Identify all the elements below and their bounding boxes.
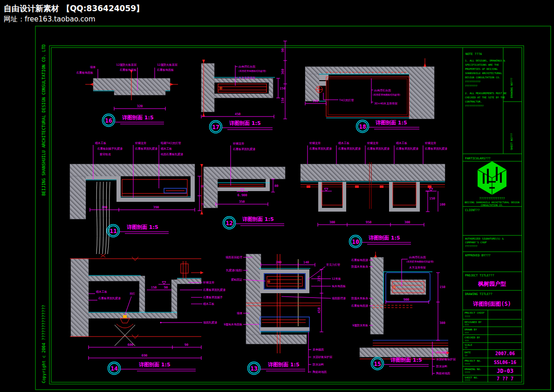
dim-label: 200: [102, 206, 108, 209]
row-label2: ???: [465, 339, 469, 342]
note-text: SHANSHUILU ARCHITECTURAL: [465, 72, 502, 75]
annotation-label: 理石地面: [436, 351, 447, 354]
cad-sheet: 自由设计新素材 【QQ:836424059】 网址：free163.taobao…: [0, 0, 554, 392]
sheet-no-value: 7 ?? 7: [497, 376, 513, 381]
annotation-label: 亚克力灯管: [326, 263, 340, 267]
annotation-label: 细木工板: [95, 141, 106, 145]
dim-label: 150: [439, 285, 445, 289]
annotation-label: 细木工板: [338, 141, 349, 145]
row-label2: ??: [465, 346, 467, 349]
annotation-label: 墙面基层处理: [226, 255, 242, 259]
annotation-label: 12厘防火板基层: [157, 63, 178, 67]
annotation-label: 墙面肌理漆: [332, 296, 346, 300]
dim-label: 600: [128, 343, 134, 347]
authorized-label: AUTHORIZED SIGNATURE(S) &: [465, 237, 504, 240]
detail-16: 墙体 石膏板饰面板 12厘防火板基层 石膏板饰面板 12厘防火板基层 石膏板饰面…: [76, 63, 178, 127]
company-logo-icon: [478, 161, 506, 195]
annotation-label: 墙体: [237, 311, 242, 315]
annotation-label: 石膏板饰面板: [157, 68, 174, 72]
annotation-label: 石膏板饰面漆: [351, 304, 368, 308]
particulars-label: PARTICULARS???: [465, 157, 491, 160]
dim-label: 900: [404, 298, 410, 302]
watermark-header: 自由设计新素材 【QQ:836424059】 网址：free163.taobao…: [4, 4, 144, 23]
detail-title: 详图剖面 1:5: [376, 120, 407, 126]
annotation-label: 防腐木夹板条: [351, 265, 368, 268]
annotation-label: 细木工板: [161, 147, 172, 151]
annotation-label: 石膏板罩面乳胶漆: [233, 147, 255, 151]
detail-18: T4日光灯管 白色理石台面 (采用硬质饰面粘结剂处理) 30×40木龙骨骨架 1…: [281, 41, 434, 133]
row-label: PROJECT NO.: [465, 359, 481, 362]
detail-title: 详图剖面 1:5: [127, 224, 158, 230]
dim-label: 100: [439, 203, 445, 206]
annotation-label: 陶瓷砖地面: [436, 371, 450, 375]
detail-title: 详图剖面 1:5: [139, 362, 171, 368]
annotation-label: 墙体: [90, 65, 96, 69]
annotation-label: 石膏板饰面板: [119, 68, 137, 72]
dim-label: 390: [153, 206, 159, 209]
annotation-label: 乳胶漆(墙面): [226, 268, 242, 272]
annotation-label: 茶色镜面: [313, 348, 324, 351]
dim-label: 690: [142, 354, 148, 358]
dim-label: 90: [281, 48, 285, 52]
row-label2: ????: [465, 363, 470, 365]
annotation-label: (采用硬质饰面粘结剂处理): [239, 69, 266, 73]
detail-title: 详图剖面 1:5: [390, 357, 422, 363]
dim-label: 150: [280, 87, 286, 90]
dim-label: 450: [317, 307, 321, 313]
note-text: PROPERTIES OF BEIJING: [465, 68, 498, 70]
annotation-label: 12厘防火板基层: [116, 63, 137, 67]
row-label: CHECKED BY: [465, 336, 480, 339]
annotation-label: 轻钢龙骨: [309, 141, 321, 144]
detail-title: 详图剖面 1:5: [268, 362, 300, 368]
note-text: ??????????: [465, 80, 480, 83]
annotation-label: 白色理石台面: [239, 65, 255, 69]
annotation-label: 30×40木龙骨骨架: [374, 102, 397, 105]
dim-label: 950: [366, 220, 372, 224]
annotation-label: (采用硬质饰面粘结剂处理): [373, 93, 400, 96]
annotation-label: 防水涂料: [313, 363, 324, 366]
dim-label: 140: [303, 261, 309, 264]
annotation-label: 防水涂料: [436, 364, 447, 368]
dim-label: 150: [151, 286, 157, 289]
note-text: CHECKED AT THE SITE BY THE: [465, 96, 505, 99]
row-label2: ???: [465, 323, 469, 326]
note-title: NOTE ???A: [465, 52, 482, 56]
annotation-label: 轻钢龙骨: [203, 281, 214, 284]
annotation-label: 石膏板罩面乳胶漆: [367, 147, 390, 151]
note-text: 1. ALL DESIGNS, DRAWINGS &: [465, 59, 506, 62]
annotation-label: 石膏板罩面乳胶漆: [203, 288, 226, 292]
drawing-title-label: DRAWING TITLE??: [465, 292, 492, 296]
dim-label: 350: [239, 200, 245, 204]
annotation-label: 窗帘轨道: [100, 152, 111, 156]
row-label: DATE: [465, 351, 471, 354]
row-label2: ???: [465, 331, 469, 334]
copyright-vertical-text: Copyright c 2004 ??????????????: [41, 305, 46, 383]
annotation-label: 防腐木夹板条: [351, 296, 368, 300]
detail-bubble-number: 10: [352, 238, 359, 245]
detail-bubble-number: 16: [105, 117, 112, 124]
dim-label: 150: [429, 197, 435, 200]
detail-bubble-number: 12: [226, 220, 233, 227]
row-label: DRAWN BY: [465, 328, 477, 331]
annotation-label: 石膏板罩面乳胶漆: [98, 296, 121, 300]
detail-bubble-number: 11: [109, 227, 117, 234]
annotation-label: 9厘实木饰面板: [224, 323, 242, 326]
annotation-label: 暗藏T4日光灯管: [161, 141, 181, 145]
note-text: CONTRACTOR.: [465, 100, 482, 103]
detail-11: 细木工板 石膏板刮腻子乳胶漆 窗帘轨道 轻钢龙骨 石膏板罩面乳胶漆 暗藏T4日光…: [70, 141, 205, 257]
dim-label: 380: [439, 321, 445, 325]
detail-15: 900 150 380 石膏板饰面漆 防腐木夹板条 防腐木夹板条 石膏板饰面漆 …: [351, 252, 456, 375]
authorized-label: ????????: [465, 245, 478, 248]
annotation-label: 石膏板罩面乳胶漆: [309, 147, 332, 151]
detail-10: 轻钢龙骨 石膏板罩面乳胶漆 细木工板 石膏板罩面乳胶漆 轻钢龙骨 石膏板罩面乳胶…: [301, 141, 447, 248]
annotation-label: 木方龙骨骨架: [238, 76, 255, 80]
detail-bubble-number: 17: [212, 124, 219, 131]
annotation-label: 白色理石台面: [409, 255, 426, 259]
drawing-title-value: 详图剖面图(S): [472, 301, 511, 307]
annotation-label: 轻钢龙骨: [233, 142, 244, 145]
annotation-label: 9厘防水夹板: [352, 323, 368, 327]
note-text: ????????????: [465, 104, 484, 107]
detail-bubble-number: 14: [110, 365, 118, 372]
annotation-label: 石膏板刮腻子乳胶漆: [97, 147, 123, 151]
annotation-label: 细木工板: [203, 302, 214, 306]
